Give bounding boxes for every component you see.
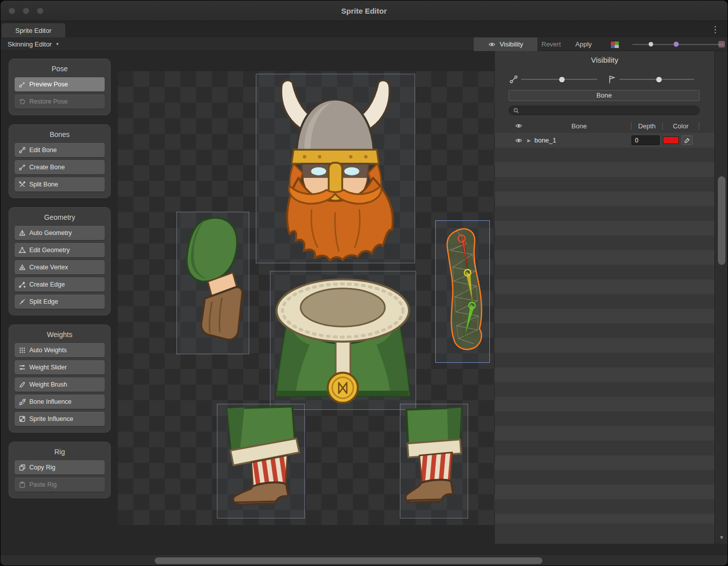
- mesh-opacity-knob[interactable]: [656, 77, 662, 82]
- head-sprite-bounds[interactable]: [256, 74, 415, 263]
- mesh-opacity-slider[interactable]: [619, 79, 694, 80]
- restore-pose-button[interactable]: Restore Pose: [15, 95, 105, 109]
- horizontal-scrollbar-thumb[interactable]: [155, 557, 542, 564]
- auto-geometry-button[interactable]: Auto Geometry: [15, 226, 105, 240]
- zoom-slider[interactable]: [632, 44, 723, 45]
- rig-group: Rig Copy Rig Paste Rig: [9, 442, 111, 498]
- auto-weights-button[interactable]: Auto Weights: [15, 343, 105, 357]
- bone-row[interactable]: ▶ bone_1: [495, 133, 714, 148]
- visibility-label: Visibility: [499, 40, 523, 48]
- button-label: Edit Bone: [29, 147, 57, 154]
- viking-left-leg-sprite[interactable]: [217, 404, 304, 518]
- disclosure-triangle-icon[interactable]: ▶: [527, 138, 531, 143]
- button-label: Copy Rig: [29, 464, 55, 471]
- eye-icon: [515, 122, 523, 129]
- mesh-opacity-icon: [607, 75, 616, 84]
- bone-visibility-toggle[interactable]: [510, 137, 527, 144]
- bone-influence-button[interactable]: Bone Influence: [15, 395, 105, 409]
- bone-opacity-icon: [509, 75, 518, 84]
- create-vertex-button[interactable]: Create Vertex: [15, 260, 105, 274]
- eyedropper-button[interactable]: [681, 135, 693, 145]
- button-label: Weight Slider: [29, 364, 67, 371]
- create-edge-icon: [19, 281, 26, 288]
- skinned-arm-sprite[interactable]: [436, 221, 489, 362]
- paste-rig-button[interactable]: Paste Rig: [15, 478, 105, 492]
- preview-pose-button[interactable]: Preview Pose: [15, 77, 105, 91]
- rgb-alpha-toggle-icon[interactable]: [610, 41, 618, 48]
- sprite-canvas[interactable]: [118, 71, 495, 525]
- split-edge-button[interactable]: Split Edge: [15, 295, 105, 309]
- depth-column-header[interactable]: Depth: [631, 122, 663, 130]
- copy-rig-icon: [19, 464, 26, 471]
- viking-torso-sprite[interactable]: [270, 271, 416, 409]
- torso-sprite-bounds[interactable]: [270, 271, 416, 410]
- weight-slider-button[interactable]: Weight Slider: [15, 360, 105, 374]
- split-bone-button[interactable]: Split Bone: [15, 177, 105, 192]
- button-label: Auto Geometry: [29, 229, 72, 237]
- button-label: Restore Pose: [29, 98, 68, 105]
- button-label: Create Edge: [29, 281, 65, 288]
- bone-color-swatch[interactable]: [663, 136, 679, 144]
- create-bone-button[interactable]: Create Bone: [15, 160, 105, 174]
- weight-brush-button[interactable]: Weight Brush: [15, 378, 105, 392]
- viking-right-leg-sprite[interactable]: [400, 404, 468, 518]
- right-leg-sprite-bounds[interactable]: [400, 404, 468, 518]
- restore-pose-icon: [19, 98, 26, 105]
- copy-rig-button[interactable]: Copy Rig: [15, 460, 105, 475]
- revert-button[interactable]: Revert: [541, 37, 561, 51]
- bone-search: [509, 106, 700, 115]
- geometry-group-title: Geometry: [15, 213, 105, 221]
- vertical-scrollbar-thumb[interactable]: [718, 176, 725, 265]
- bone-opacity-knob[interactable]: [559, 77, 565, 82]
- viking-arm-sprite[interactable]: [177, 212, 249, 354]
- skinned-arm-bounds[interactable]: [435, 220, 490, 363]
- create-edge-button[interactable]: Create Edge: [15, 277, 105, 292]
- edit-geometry-button[interactable]: Edit Geometry: [15, 243, 105, 257]
- toolbar: Skinning Editor ▼ Visibility Revert Appl…: [1, 37, 727, 51]
- visibility-toggle-button[interactable]: Visibility: [474, 37, 537, 51]
- skinning-editor-dropdown[interactable]: Skinning Editor ▼: [4, 37, 63, 51]
- pose-group-title: Pose: [15, 65, 105, 73]
- scroll-down-icon[interactable]: ▼: [715, 535, 728, 540]
- bone-list-stripes: [495, 133, 714, 524]
- button-label: Edit Geometry: [29, 247, 70, 254]
- color-column-header[interactable]: Color: [663, 122, 699, 130]
- bone-opacity-slider[interactable]: [521, 79, 597, 80]
- auto-weights-icon: [19, 347, 26, 354]
- mode-label: Skinning Editor: [8, 40, 52, 48]
- tab-sprite-editor[interactable]: Sprite Editor: [2, 23, 65, 37]
- pose-group: Pose Preview Pose Restore Pose: [9, 59, 111, 115]
- sprite-influence-button[interactable]: Sprite Influence: [15, 412, 105, 426]
- create-vertex-icon: [19, 264, 26, 271]
- eye-icon: [515, 137, 523, 144]
- window-title: Sprite Editor: [1, 1, 727, 21]
- left-leg-sprite-bounds[interactable]: [217, 404, 305, 518]
- edit-bone-button[interactable]: Edit Bone: [15, 143, 105, 157]
- visibility-column-header[interactable]: [510, 122, 527, 129]
- preview-pose-icon: [19, 81, 26, 88]
- split-edge-icon: [19, 298, 26, 305]
- sprite-editor-window: Sprite Editor Sprite Editor ⋮ Skinning E…: [0, 0, 728, 566]
- button-label: Paste Rig: [29, 481, 57, 488]
- rig-group-title: Rig: [15, 448, 105, 456]
- zoom-slider-marker-icon[interactable]: [673, 41, 679, 47]
- button-label: Create Bone: [29, 164, 65, 171]
- tab-bar: Sprite Editor ⋮: [1, 22, 727, 37]
- visibility-panel-title: Visibility: [495, 51, 714, 69]
- split-bone-icon: [19, 181, 26, 188]
- bone-tab-button[interactable]: Bone: [509, 90, 700, 101]
- depth-input[interactable]: [631, 135, 660, 145]
- geometry-group: Geometry Auto Geometry Edit Geometry Cre…: [9, 207, 111, 315]
- viking-head-sprite[interactable]: [256, 74, 415, 263]
- apply-button[interactable]: Apply: [575, 37, 592, 51]
- edit-geometry-icon: [19, 247, 26, 254]
- arm-sprite-bounds[interactable]: [176, 212, 249, 354]
- bone-search-input[interactable]: [509, 107, 699, 116]
- bone-column-header[interactable]: Bone: [527, 122, 631, 130]
- auto-geometry-icon: [19, 229, 26, 237]
- vertical-scrollbar[interactable]: ▼: [714, 51, 728, 544]
- kebab-menu-icon[interactable]: ⋮: [711, 24, 719, 35]
- zoom-slider-knob[interactable]: [649, 42, 653, 46]
- bone-name: bone_1: [534, 136, 556, 144]
- horizontal-scrollbar[interactable]: [1, 554, 728, 566]
